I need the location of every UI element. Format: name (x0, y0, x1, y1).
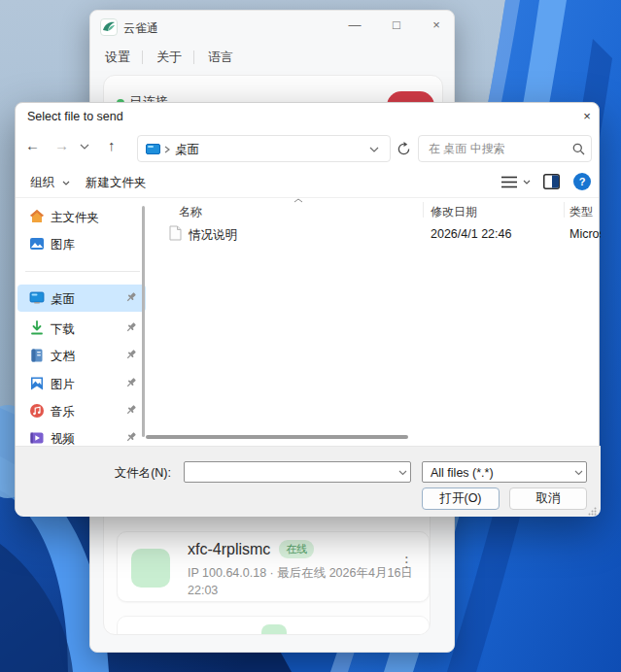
horizontal-scrollbar[interactable] (146, 435, 408, 439)
sidebar-item-pictures[interactable]: 图片 (16, 370, 146, 397)
view-dropdown-chevron-icon[interactable] (523, 180, 531, 185)
app-maximize-button[interactable]: □ (382, 14, 411, 37)
filename-dropdown-chevron-icon[interactable] (398, 470, 407, 476)
filename-combobox (184, 461, 411, 483)
sidebar-item-label: 文档 (51, 349, 75, 365)
preview-pane-icon[interactable] (543, 174, 560, 189)
home-icon (29, 209, 45, 224)
column-header-name[interactable]: 名称 (179, 204, 202, 220)
history-chevron-down-icon[interactable] (80, 144, 89, 150)
device-avatar (131, 549, 170, 588)
file-name: 情况说明 (189, 227, 237, 244)
file-modified-date: 2026/4/1 22:46 (431, 227, 511, 241)
new-folder-button[interactable]: 新建文件夹 (86, 175, 147, 191)
sidebar-item-label: 音乐 (51, 404, 75, 420)
pin-icon (124, 376, 138, 389)
download-icon (29, 320, 45, 336)
back-button[interactable]: ← (25, 137, 40, 153)
column-header-type[interactable]: 类型 (569, 204, 593, 220)
select-file-dialog: Select file to send × ← → ↑ 桌面 (15, 102, 600, 516)
open-button[interactable]: 打开(O) (422, 487, 500, 510)
column-header-modified[interactable]: 修改日期 (431, 204, 477, 220)
filename-label: 文件名(N): (16, 465, 171, 482)
filename-input[interactable] (189, 464, 393, 480)
view-mode-icon[interactable] (501, 176, 517, 188)
organize-button[interactable]: 组织 (30, 175, 54, 191)
pin-icon (124, 403, 138, 417)
videos-icon (29, 430, 45, 446)
app-menubar: 设置 关于 语言 (90, 44, 454, 71)
sidebar-item-home[interactable]: 主文件夹 (16, 203, 146, 230)
filetype-dropdown[interactable]: All files (*.*) (422, 461, 587, 483)
menu-item-language[interactable]: 语言 (208, 49, 233, 66)
document-icon (29, 348, 45, 363)
organize-dropdown-chevron-icon (62, 181, 70, 185)
sidebar: 主文件夹 图库 (16, 198, 150, 446)
sort-ascending-chevron-icon (293, 198, 303, 203)
device-avatar (261, 624, 287, 635)
menu-separator (193, 50, 194, 64)
file-row[interactable]: 情况说明 2026/4/1 22:46 Micros (150, 223, 601, 245)
column-separator[interactable] (423, 202, 424, 218)
breadcrumb-chevron-right-icon (164, 146, 170, 153)
help-icon[interactable]: ? (573, 173, 591, 190)
sidebar-item-documents[interactable]: 文档 (16, 342, 146, 369)
device-card[interactable]: xfc-4rplismc 在线 IP 100.64.0.18 · 最后在线 20… (117, 531, 430, 602)
file-icon (169, 225, 182, 241)
menu-separator (142, 50, 143, 64)
app-logo-icon (100, 18, 118, 36)
dialog-title: Select file to send (27, 110, 123, 123)
desktop-icon (29, 290, 45, 306)
cancel-button[interactable]: 取消 (509, 487, 587, 510)
search-box (418, 135, 592, 162)
up-button[interactable]: ↑ (108, 137, 116, 153)
search-input[interactable] (427, 139, 568, 158)
pin-icon (124, 348, 138, 361)
sidebar-item-label: 图片 (51, 377, 75, 393)
resize-grip[interactable] (588, 507, 597, 516)
device-name: xfc-4rplismc (188, 541, 270, 558)
sidebar-item-gallery[interactable]: 图库 (16, 230, 146, 257)
sidebar-item-downloads[interactable]: 下载 (16, 315, 146, 342)
sidebar-item-label: 图库 (51, 237, 75, 253)
breadcrumb-location[interactable]: 桌面 (175, 142, 199, 158)
app-titlebar[interactable]: 云雀通 — □ × (90, 11, 454, 44)
dialog-footer: 文件名(N): All files (*.*) 打开(O) 取消 (16, 446, 601, 517)
pictures-icon (29, 376, 45, 391)
sidebar-scrollbar[interactable] (142, 206, 145, 437)
filetype-selected-value: All files (*.*) (431, 466, 494, 480)
pin-icon (124, 430, 138, 444)
dialog-body: 主文件夹 图库 (16, 198, 601, 446)
column-separator[interactable] (564, 202, 565, 218)
search-icon[interactable] (572, 143, 585, 155)
file-list: 名称 修改日期 类型 情况说明 2026/4/1 22:46 Micros (150, 198, 601, 446)
dialog-close-button[interactable]: × (575, 106, 599, 127)
breadcrumb[interactable]: 桌面 (137, 135, 391, 162)
desktop: 云雀通 — □ × 设置 关于 语言 已连接 xfc-4rplismc 在线 (0, 0, 621, 672)
menu-item-settings[interactable]: 设置 (105, 49, 130, 66)
file-type: Micros (569, 227, 601, 241)
music-icon (29, 403, 45, 419)
device-detail-text: IP 100.64.0.18 · 最后在线 2026年4月16日 22:03 (188, 564, 419, 599)
sidebar-item-label: 下载 (51, 321, 75, 338)
online-status-badge: 在线 (279, 540, 314, 558)
filetype-dropdown-chevron-icon (574, 470, 583, 476)
desktop-location-icon (146, 144, 160, 155)
sidebar-item-label: 主文件夹 (51, 210, 99, 226)
device-card-partial[interactable] (117, 616, 430, 635)
menu-item-about[interactable]: 关于 (156, 49, 182, 66)
pin-icon (124, 320, 138, 334)
refresh-icon[interactable] (397, 142, 411, 156)
forward-button[interactable]: → (54, 137, 69, 153)
device-menu-kebab-icon[interactable]: ⋮ (399, 554, 414, 571)
sidebar-item-desktop[interactable]: 桌面 (16, 285, 146, 312)
sidebar-divider (25, 271, 140, 272)
device-name-row: xfc-4rplismc 在线 (188, 540, 314, 558)
gallery-icon (29, 236, 45, 252)
pin-icon (124, 290, 138, 304)
sidebar-item-music[interactable]: 音乐 (16, 397, 146, 424)
app-minimize-button[interactable]: — (340, 14, 369, 37)
device-list-panel: xfc-4rplismc 在线 IP 100.64.0.18 · 最后在线 20… (103, 496, 431, 635)
address-dropdown-chevron-icon[interactable] (369, 147, 379, 152)
app-close-button[interactable]: × (422, 14, 451, 37)
